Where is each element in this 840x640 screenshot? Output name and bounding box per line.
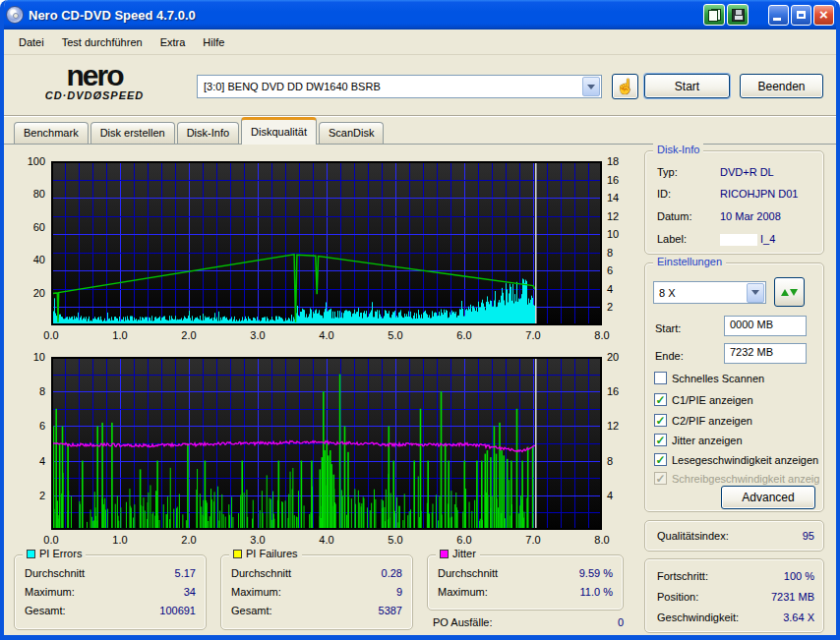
x-axis-tick: 5.0 [386, 534, 405, 546]
checkbox-jitter[interactable]: ✓ Jitter anzeigen [654, 434, 819, 446]
floppy-disk-icon [732, 9, 745, 22]
po-failures-row: PO Ausfälle: 0 [433, 616, 624, 628]
menu-test-durchfuehren[interactable]: Test durchführen [53, 33, 151, 51]
right-axis-tick: 4 [607, 283, 613, 295]
progress-label: Fortschritt: [657, 570, 708, 582]
checkbox-schnelles-scannen[interactable]: ✓ Schnelles Scannen [654, 372, 819, 384]
progress-panel: Fortschritt:100 % Position:7231 MB Gesch… [644, 558, 824, 633]
stat-label: Durchschnitt [438, 567, 498, 579]
x-axis-tick: 7.0 [523, 329, 543, 341]
tab-benchmark[interactable]: Benchmark [14, 122, 89, 145]
stat-label: Gesamt: [25, 605, 66, 616]
progress-value: 100 % [784, 570, 814, 582]
checkbox-c2-pif[interactable]: ✓ C2/PIF anzeigen [654, 414, 819, 427]
tab-diskqualitaet[interactable]: Diskqualität [241, 117, 317, 145]
minimize-icon [773, 18, 781, 21]
menu-extra[interactable]: Extra [151, 33, 195, 51]
x-axis-tick: 7.0 [523, 534, 543, 546]
settings-panel: Einstellungen 8 X Start: 0000 MB Ende: 7… [644, 262, 824, 512]
x-axis-tick: 6.0 [454, 329, 474, 341]
quality-index-value: 95 [803, 530, 814, 542]
minimize-button[interactable] [768, 5, 789, 26]
close-button[interactable]: × [813, 5, 834, 26]
end-field[interactable]: 7232 MB [724, 343, 807, 364]
advanced-button[interactable]: Advanced [721, 486, 815, 509]
check-icon: ✓ [655, 454, 665, 466]
save-button[interactable] [727, 4, 749, 26]
x-axis-tick: 4.0 [317, 534, 336, 546]
check-icon: ✓ [655, 394, 665, 406]
start-button[interactable]: Start [644, 74, 730, 98]
x-axis-tick: 0.0 [41, 534, 61, 546]
right-axis-tick: 2 [607, 301, 613, 313]
disk-label-label: Label: [657, 233, 720, 246]
tab-scandisk[interactable]: ScanDisk [319, 122, 384, 145]
stat-value: 34 [184, 586, 196, 598]
disk-id-value: RICOHJPN D01 [720, 188, 798, 200]
right-axis-tick: 12 [607, 210, 619, 222]
jitter-title: Jitter [452, 548, 476, 559]
quality-index-panel: Qualitätsindex: 95 [644, 520, 824, 552]
x-axis-tick: 5.0 [386, 329, 405, 341]
drive-select-value: [3:0] BENQ DVD DD DW1640 BSRB [198, 81, 582, 92]
speed-select-value: 8 X [654, 287, 747, 299]
right-axis-tick: 20 [607, 351, 619, 363]
pi-failures-panel: PI Failures Durchschnitt0.28 Maximum:9 G… [220, 554, 413, 630]
disk-info-panel: Disk-Info Typ:DVD+R DL ID:RICOHJPN D01 D… [644, 150, 824, 255]
drive-select[interactable]: [3:0] BENQ DVD DD DW1640 BSRB [197, 75, 602, 98]
x-axis-tick: 4.0 [317, 329, 336, 341]
stat-value: 11.0 % [580, 586, 613, 598]
nero-logo: nero CD·DVDØSPEED [16, 62, 173, 101]
right-axis-tick: 14 [607, 192, 619, 204]
checkbox-lesegeschwindigkeit[interactable]: ✓ Lesegeschwindigkeit anzeigen [654, 453, 819, 466]
left-axis-tick: 10 [14, 351, 45, 363]
start-field[interactable]: 0000 MB [724, 316, 807, 336]
drive-select-arrow[interactable] [582, 77, 600, 96]
jitter-panel: Jitter Durchschnitt9.59 % Maximum:11.0 % [427, 554, 624, 611]
position-label: Position: [657, 591, 698, 603]
tab-disk-info[interactable]: Disk-Info [177, 122, 239, 145]
menu-hilfe[interactable]: Hilfe [194, 33, 233, 51]
right-axis-tick: 10 [607, 228, 619, 240]
copy-pages-icon [708, 9, 721, 22]
checkbox-box: ✓ [654, 414, 667, 427]
check-icon: ✓ [655, 473, 665, 485]
pi-failures-title: PI Failures [246, 548, 298, 559]
left-axis-tick: 60 [14, 221, 45, 233]
x-axis-tick: 8.0 [592, 534, 612, 546]
speed-select-arrow[interactable] [747, 283, 764, 303]
chevron-down-icon [751, 290, 759, 295]
stat-label: Maximum: [438, 586, 488, 598]
pi-failures-swatch [233, 550, 242, 558]
speed-select[interactable]: 8 X [653, 281, 766, 304]
refresh-icon [790, 289, 798, 296]
menu-bar: Datei Test durchführen Extra Hilfe [4, 29, 836, 55]
tab-bar: Benchmark Disk erstellen Disk-Info Diskq… [4, 116, 836, 145]
stat-label: Maximum: [231, 586, 281, 598]
stat-label: Durchschnitt [25, 567, 85, 579]
beenden-button[interactable]: Beenden [740, 74, 823, 98]
eject-button[interactable]: ☝ [612, 74, 638, 99]
checkbox-box: ✓ [654, 472, 667, 485]
refresh-button[interactable] [774, 277, 805, 307]
disk-type-label: Typ: [657, 166, 720, 178]
left-axis-tick: 2 [14, 490, 45, 501]
refresh-icon [781, 289, 789, 296]
x-axis-tick: 3.0 [248, 534, 268, 546]
copy-button[interactable] [703, 4, 725, 26]
speed-label: Geschwindigkeit: [657, 611, 739, 623]
tab-disk-erstellen[interactable]: Disk erstellen [90, 122, 175, 145]
maximize-icon [797, 11, 806, 19]
checkbox-c1-pie[interactable]: ✓ C1/PIE anzeigen [654, 393, 819, 406]
left-axis-tick: 4 [14, 455, 45, 467]
menu-datei[interactable]: Datei [10, 33, 53, 51]
maximize-button[interactable] [791, 5, 811, 26]
x-axis-tick: 1.0 [110, 534, 130, 546]
checkbox-box: ✓ [654, 453, 667, 466]
pi-errors-chart: 10080604020181614121086420.01.02.03.04.0… [14, 154, 637, 349]
hand-icon: ☝ [616, 78, 634, 95]
quality-index-label: Qualitätsindex: [657, 530, 729, 542]
title-bar: Nero CD-DVD Speed 4.7.0.0 × [0, 0, 840, 29]
right-axis-tick: 16 [607, 174, 619, 186]
toolbar: nero CD·DVDØSPEED [3:0] BENQ DVD DD DW16… [4, 56, 836, 116]
